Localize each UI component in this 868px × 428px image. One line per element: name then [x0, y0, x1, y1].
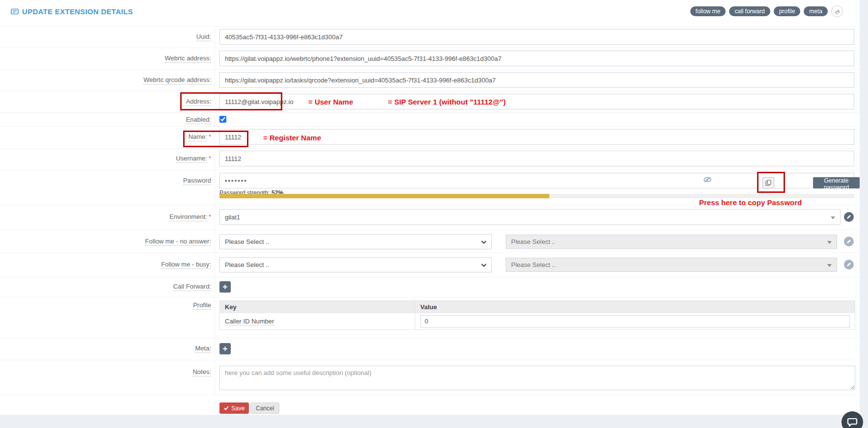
- password-strength-fill: [219, 194, 549, 198]
- webrtc-address-label: Webrtc address:: [0, 54, 211, 62]
- divider: [0, 277, 860, 277]
- badge-call-forward[interactable]: call forward: [729, 6, 770, 16]
- table-row: Caller ID Number: [220, 313, 855, 329]
- username-label: Username:*: [0, 155, 211, 162]
- profile-key-caller-id: Caller ID Number: [225, 318, 274, 325]
- webrtc-qrcode-address-label: Webrtc qrcode address:: [0, 76, 211, 83]
- cancel-button[interactable]: Cancel: [250, 402, 279, 414]
- badge-meta[interactable]: meta: [804, 6, 828, 16]
- follow-me-busy-edit-pencil-icon[interactable]: [844, 260, 854, 269]
- divider: [0, 395, 860, 395]
- follow-me-no-answer-select[interactable]: Please Select ..: [219, 234, 492, 249]
- webrtc-qrcode-address-input[interactable]: [219, 72, 854, 88]
- generate-password-button[interactable]: Generate password: [813, 177, 860, 188]
- follow-me-busy-destination-select[interactable]: Please Select ..: [506, 258, 837, 272]
- name-label: Name:*: [0, 133, 211, 140]
- divider: [0, 69, 860, 70]
- caller-id-number-input[interactable]: [420, 315, 850, 328]
- register-name-annotation: = Register Name: [263, 134, 321, 142]
- chevron-down-icon: [831, 214, 835, 221]
- call-forward-add-button[interactable]: [219, 281, 231, 293]
- webrtc-address-input[interactable]: [219, 51, 854, 66]
- uuid-label: Uuid:: [0, 33, 211, 40]
- divider: [0, 148, 860, 149]
- divider: [0, 230, 860, 230]
- name-highlight-box: [183, 131, 248, 147]
- copy-button-highlight-box: [757, 172, 785, 193]
- divider: [0, 297, 860, 297]
- label-column-divider: [215, 26, 215, 395]
- profile-table: Key Value Caller ID Number: [219, 300, 855, 330]
- badge-follow-me[interactable]: follow me: [690, 6, 726, 16]
- call-forward-label: Call Forward:: [0, 283, 211, 290]
- divider: [0, 26, 860, 27]
- follow-me-no-answer-label: Follow me - no answer:: [0, 238, 211, 245]
- follow-me-no-answer-destination-select[interactable]: Please Select ..: [506, 235, 837, 249]
- chevron-down-icon: [827, 238, 832, 245]
- log-icon[interactable]: [831, 5, 843, 17]
- form-panel-icon: [11, 8, 19, 15]
- follow-me-no-answer-edit-pencil-icon[interactable]: [844, 237, 854, 246]
- save-button[interactable]: Save: [219, 402, 249, 414]
- enabled-checkbox[interactable]: [219, 116, 226, 123]
- username-input[interactable]: [219, 151, 854, 166]
- profile-label: Profile: [0, 301, 211, 309]
- divider: [0, 170, 860, 170]
- password-label: Password: [0, 177, 211, 184]
- follow-me-busy-label: Follow me - busy:: [0, 261, 211, 268]
- meta-label: Meta:: [0, 345, 211, 352]
- content-panel: UPDATE EXTENSION DETAILS follow me call …: [0, 0, 860, 415]
- divider: [0, 360, 860, 360]
- divider: [0, 112, 860, 113]
- environment-label: Environment:*: [0, 213, 211, 220]
- show-password-eye-icon[interactable]: [703, 176, 712, 185]
- uuid-input[interactable]: [219, 29, 854, 45]
- badge-profile[interactable]: profile: [774, 6, 801, 16]
- address-label: Address:: [0, 98, 211, 105]
- password-strength-bar: [219, 194, 854, 198]
- chevron-down-icon: [481, 238, 487, 245]
- check-icon: [224, 406, 229, 410]
- sip-server-annotation: = SIP Server 1 (without "11112@"): [388, 98, 506, 106]
- follow-me-busy-select[interactable]: Please Select ..: [219, 257, 492, 272]
- environment-select[interactable]: gilat1: [219, 209, 841, 225]
- divider: [0, 338, 860, 338]
- profile-value-header: Value: [415, 301, 855, 313]
- user-name-annotation: = User Name: [308, 98, 353, 106]
- page-title: UPDATE EXTENSION DETAILS: [11, 7, 133, 16]
- header-badges: follow me call forward profile meta: [690, 5, 843, 17]
- profile-table-header: Key Value: [220, 301, 855, 313]
- profile-key-header: Key: [220, 301, 415, 313]
- address-highlight-box: [180, 92, 282, 110]
- chat-bubble-icon: [847, 417, 858, 427]
- notes-label: Notes:: [0, 368, 211, 375]
- notes-textarea[interactable]: [219, 366, 855, 390]
- copy-password-annotation: Press here to copy Password: [699, 198, 802, 207]
- divider: [0, 126, 860, 127]
- divider: [0, 252, 860, 253]
- chevron-down-icon: [481, 261, 487, 268]
- enabled-label: Enabled:: [0, 116, 211, 123]
- divider: [0, 48, 860, 48]
- chat-widget-button[interactable]: [841, 411, 863, 428]
- environment-edit-pencil-icon[interactable]: [844, 212, 854, 222]
- divider: [0, 91, 860, 91]
- meta-add-button[interactable]: [219, 343, 231, 354]
- page-title-text: UPDATE EXTENSION DETAILS: [22, 7, 133, 16]
- chevron-down-icon: [827, 261, 832, 268]
